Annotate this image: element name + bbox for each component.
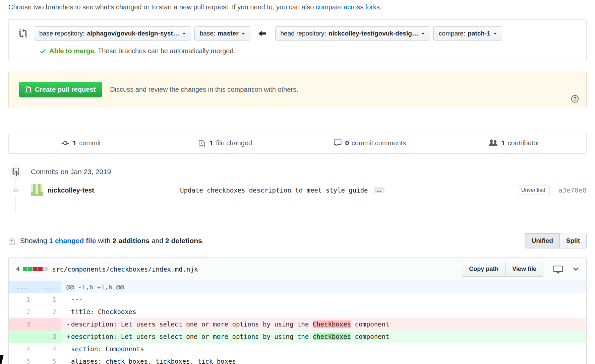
commit-sha[interactable]: a3e70e8 [558, 186, 587, 194]
git-pull-request-icon [25, 86, 32, 94]
line-number-new[interactable]: 2 [35, 306, 61, 318]
view-file-button[interactable]: View file [505, 262, 543, 277]
stat-comments-count: 0 [345, 139, 349, 147]
compare-page: Choose two branches to see what’s change… [8, 0, 587, 364]
stat-commits[interactable]: 1 commit [9, 133, 153, 153]
files-summary-and: and [150, 237, 165, 244]
compare-branch-value: patch-1 [468, 30, 490, 37]
repo-push-icon [8, 164, 23, 179]
diff-addition-row: 3 +description: Let users select one or … [9, 331, 586, 343]
diff-line-text: aliases: check boxes, tickboxes, tick bo… [71, 358, 236, 364]
diff-line-text: description: Let users select one or mor… [71, 320, 313, 328]
split-view-button[interactable]: Split [559, 233, 586, 248]
diff-context-row: 2 2 title: Checkboxes [9, 306, 586, 318]
merge-status: Able to merge. These branches can be aut… [39, 47, 580, 55]
diff-line-text: component [351, 320, 389, 328]
diff-line-text: section: Components [71, 345, 144, 353]
stat-commit-comments[interactable]: 0 commit comments [298, 133, 442, 153]
intro-text-before: Choose two branches to see what’s change… [8, 3, 316, 11]
base-branch-value: master [218, 30, 238, 37]
commit-expand-button[interactable]: … [374, 187, 384, 193]
merge-status-text: These branches can be automatically merg… [98, 47, 235, 55]
diff-file-container: 4 src/components/checkboxes/index.md.njk… [8, 257, 587, 364]
diffstat-icon [23, 267, 48, 271]
compare-across-forks-link[interactable]: compare across forks [316, 3, 380, 11]
branch-selector-box: base repository: alphagov/govuk-design-s… [8, 19, 587, 62]
diff-stats-bar: 1 commit 1 file changed 0 commit comment… [8, 133, 587, 154]
avatar[interactable] [31, 184, 43, 196]
base-branch-dropdown[interactable]: base: master [194, 26, 250, 41]
stat-contributors-label: contributor [508, 139, 539, 147]
create-pull-request-label: Create pull request [35, 86, 96, 93]
merge-status-bold: Able to merge. [49, 47, 96, 55]
monitor-icon [553, 265, 563, 274]
diff-line-text: --- [71, 296, 82, 303]
line-number-old[interactable]: 4 [9, 343, 35, 355]
line-number-old[interactable]: 2 [9, 306, 35, 318]
stat-files-label: file changed [216, 139, 252, 147]
stat-comments-label: commit comments [352, 139, 406, 147]
line-number-new[interactable]: 4 [35, 343, 61, 355]
file-path: src/components/checkboxes/index.md.njk [52, 266, 198, 273]
diff-context-row: 1 1 --- [9, 293, 586, 306]
head-repository-dropdown[interactable]: head repository: nickcolley-test/govuk-d… [275, 26, 430, 41]
copy-path-button[interactable]: Copy path [462, 262, 505, 277]
file-menu-chevron-button[interactable] [573, 265, 579, 274]
file-changes-count: 4 [16, 266, 20, 273]
help-question-icon[interactable] [571, 94, 579, 103]
intro-text-after: . [380, 3, 382, 11]
unified-view-button[interactable]: Unified [525, 233, 559, 248]
caret-down-icon [493, 33, 497, 36]
file-diff-icon [198, 139, 206, 147]
compare-branch-dropdown[interactable]: compare: patch-1 [433, 26, 502, 41]
line-number-old[interactable]: 3 [9, 318, 35, 331]
stat-contributors[interactable]: 1 contributor [442, 133, 586, 153]
timeline-line [15, 179, 16, 213]
cursor-artifact [0, 355, 3, 364]
base-repository-label: base repository: [39, 30, 84, 37]
rich-diff-button[interactable] [553, 265, 563, 274]
stat-files-changed[interactable]: 1 file changed [153, 133, 298, 153]
unverified-badge[interactable]: Unverified [517, 186, 550, 195]
line-number-new[interactable] [35, 318, 61, 331]
chevron-down-icon [573, 265, 579, 274]
changed-files-bar: Showing 1 changed file with 2 additions … [8, 233, 587, 248]
commit-author[interactable]: nickcolley-test [48, 187, 94, 194]
files-summary-showing: Showing [20, 237, 49, 244]
base-repository-dropdown[interactable]: base repository: alphagov/govuk-design-s… [34, 26, 191, 41]
line-number-old[interactable] [9, 331, 35, 343]
stat-contributors-count: 1 [501, 139, 505, 147]
git-compare-icon [19, 29, 27, 38]
compare-branch-label: compare: [439, 30, 465, 37]
commit-message[interactable]: Update checkboxes description to meet st… [180, 187, 368, 194]
hunk-new-marker: ... [35, 281, 61, 293]
diff-sign: - [61, 318, 71, 331]
line-number-new[interactable]: 1 [35, 293, 61, 306]
deletions-count: 2 deletions [165, 237, 202, 244]
file-diff-icon [8, 237, 16, 245]
head-repository-label: head repository: [281, 30, 326, 37]
line-number-new[interactable]: 3 [35, 331, 61, 343]
pr-banner-description: Discuss and review the changes in this c… [110, 86, 298, 93]
line-number-new[interactable]: 5 [35, 355, 61, 364]
commit-node-icon [12, 185, 19, 196]
create-pull-request-button[interactable]: Create pull request [19, 82, 102, 97]
diff-context-row: 5 5 aliases: check boxes, tickboxes, tic… [9, 355, 586, 364]
files-summary-text: Showing 1 changed file with 2 additions … [20, 237, 204, 245]
diff-deleted-word: Checkboxes [313, 320, 351, 328]
diff-view-toggle: Unified Split [525, 233, 587, 248]
files-summary-with: with [96, 237, 112, 244]
caret-down-icon [182, 33, 186, 36]
additions-count: 2 additions [112, 237, 150, 244]
arrow-left-icon [258, 29, 267, 38]
changed-file-link[interactable]: 1 changed file [49, 237, 96, 244]
line-number-old[interactable]: 5 [9, 355, 35, 364]
stat-commits-label: commit [79, 139, 101, 147]
diff-context-row: 4 4 section: Components [9, 343, 586, 355]
check-icon [39, 48, 47, 55]
caret-down-icon [421, 33, 425, 36]
diff-hunk-row: ... ... @@ -1,6 +1,6 @@ [9, 281, 586, 293]
stat-commits-count: 1 [73, 139, 76, 147]
line-number-old[interactable]: 1 [9, 293, 35, 306]
intro-text: Choose two branches to see what’s change… [8, 3, 587, 11]
